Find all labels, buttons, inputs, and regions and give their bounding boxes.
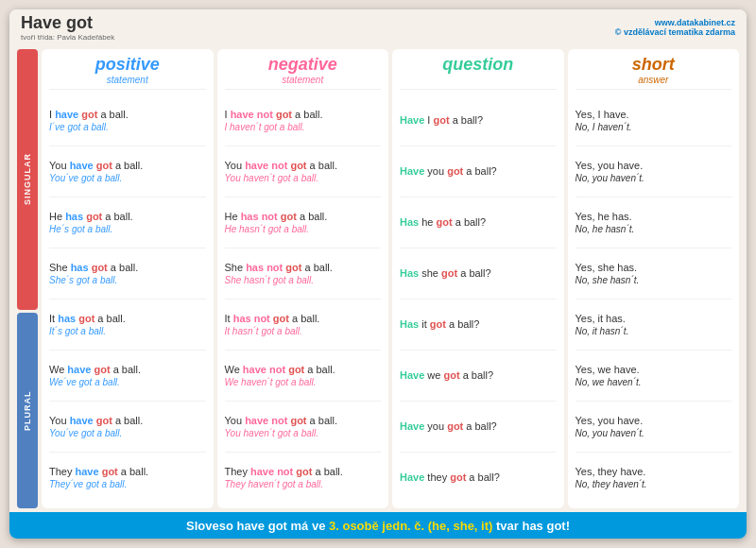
question-entries: Have I got a ball? Have you got a ball? … [400, 95, 557, 503]
entry-alt: You haven´t got a ball. [225, 172, 382, 184]
entry-text: You have got a ball. [49, 414, 206, 427]
entry-text: Has it got a ball? [400, 317, 557, 331]
list-item: She has not got a ball. She hasn´t got a… [225, 248, 382, 300]
list-item: She has got a ball. She´s got a ball. [49, 248, 206, 300]
entry-text: Yes, you have. [576, 414, 732, 427]
list-item: Yes, he has. No, he hasn´t. [576, 197, 732, 248]
list-item: I have not got a ball. I haven´t got a b… [225, 95, 382, 146]
entry-alt: She hasn´t got a ball. [225, 274, 382, 286]
entry-alt: It´s got a ball. [49, 325, 206, 337]
plural-label: PLURAL [17, 313, 38, 508]
positive-title: positive [49, 55, 206, 75]
question-column: question Have I got a ball? Have you got… [392, 49, 564, 508]
list-item: Has he got a ball? [400, 197, 557, 248]
entry-text: We have not got a ball. [225, 363, 382, 376]
columns: positive statement I have got a ball. I´… [42, 49, 739, 508]
list-item: Has it got a ball? [400, 300, 557, 351]
list-item: Have you got a ball? [400, 402, 557, 453]
entry-alt: No, it hasn´t. [576, 325, 732, 337]
short-subtitle: answer [576, 75, 732, 85]
list-item: It has got a ball. It´s got a ball. [49, 300, 206, 351]
list-item: Have I got a ball? [400, 95, 557, 146]
negative-column: negative statement I have not got a ball… [217, 49, 389, 508]
entry-text: Yes, I have. [576, 108, 732, 121]
entry-text: He has not got a ball. [225, 210, 382, 223]
list-item: We have got a ball. We´ve got a ball. [49, 351, 206, 402]
list-item: Has she got a ball? [400, 248, 557, 300]
entry-text: Has she got a ball? [400, 266, 557, 280]
list-item: You have got a ball. You´ve got a ball. [49, 146, 206, 197]
entry-alt: She´s got a ball. [49, 274, 206, 286]
question-header: question [400, 55, 557, 90]
entry-text: We have got a ball. [49, 363, 206, 376]
question-subtitle [400, 75, 557, 85]
bottom-bar: Sloveso have got má ve 3. osobě jedn. č.… [9, 512, 747, 539]
list-item: You have got a ball. You´ve got a ball. [49, 402, 206, 453]
list-item: Yes, they have. No, they haven´t. [576, 453, 732, 503]
entry-text: Yes, they have. [576, 465, 732, 478]
entry-text: Yes, she has. [576, 261, 732, 274]
positive-entries: I have got a ball. I´ve got a ball. You … [49, 95, 206, 503]
list-item: You have not got a ball. You haven´t got… [225, 402, 382, 453]
entry-text: I have got a ball. [49, 108, 206, 121]
entry-text: Have you got a ball? [400, 164, 557, 178]
positive-header: positive statement [49, 55, 206, 90]
list-item: I have got a ball. I´ve got a ball. [49, 95, 206, 146]
entry-text: They have got a ball. [49, 465, 206, 478]
list-item: You have not got a ball. You haven´t got… [225, 146, 382, 197]
entry-alt: No, they haven´t. [576, 478, 732, 490]
top-bar: Have got tvoří třída: Pavla Kadeřábek ww… [9, 9, 747, 45]
list-item: He has got a ball. He´s got a ball. [49, 197, 206, 248]
entry-alt: They haven´t got a ball. [225, 478, 382, 490]
entry-text: Has he got a ball? [400, 215, 557, 229]
entry-text: It has not got a ball. [225, 312, 382, 325]
entry-alt: I´ve got a ball. [49, 121, 206, 133]
positive-column: positive statement I have got a ball. I´… [42, 49, 214, 508]
entry-alt: He´s got a ball. [49, 223, 206, 235]
page-title: Have got [21, 13, 114, 33]
main-container: Have got tvoří třída: Pavla Kadeřábek ww… [9, 9, 747, 539]
entry-text: He has got a ball. [49, 210, 206, 223]
list-item: It has not got a ball. It hasn´t got a b… [225, 300, 382, 351]
entry-alt: We´ve got a ball. [49, 376, 206, 388]
entry-alt: It hasn´t got a ball. [225, 325, 382, 337]
negative-subtitle: statement [225, 75, 382, 85]
list-item: Have they got a ball? [400, 453, 557, 503]
entry-text: I have not got a ball. [225, 108, 382, 121]
list-item: Yes, she has. No, she hasn´t. [576, 248, 732, 300]
list-item: Yes, it has. No, it hasn´t. [576, 300, 732, 351]
entry-text: You have got a ball. [49, 159, 206, 172]
list-item: They have not got a ball. They haven´t g… [225, 453, 382, 503]
website-url: www.datakabinet.cz [655, 18, 735, 27]
entry-alt: No, you haven´t. [576, 427, 732, 439]
list-item: Yes, you have. No, you haven´t. [576, 402, 732, 453]
entry-text: Have you got a ball? [400, 420, 557, 433]
entry-text: She has got a ball. [49, 261, 206, 274]
entry-alt: They´ve got a ball. [49, 478, 206, 490]
entry-text: She has not got a ball. [225, 261, 382, 274]
entry-alt: No, we haven´t. [576, 376, 732, 388]
question-title: question [400, 55, 557, 75]
list-item: They have got a ball. They´ve got a ball… [49, 453, 206, 503]
subtitle: tvoří třída: Pavla Kadeřábek [21, 33, 114, 42]
list-item: He has not got a ball. He hasn´t got a b… [225, 197, 382, 248]
entry-text: Yes, it has. [576, 312, 732, 325]
entry-alt: I haven´t got a ball. [225, 121, 382, 133]
entry-text: You have not got a ball. [225, 414, 382, 427]
short-entries: Yes, I have. No, I haven´t. Yes, you hav… [576, 95, 732, 503]
negative-entries: I have not got a ball. I haven´t got a b… [225, 95, 382, 503]
entry-alt: You haven´t got a ball. [225, 427, 382, 439]
website: www.datakabinet.cz © vzdělávací tematika… [615, 18, 735, 37]
entry-text: Yes, he has. [576, 210, 732, 223]
list-item: Yes, I have. No, I haven´t. [576, 95, 732, 146]
entry-alt: No, I haven´t. [576, 121, 732, 133]
entry-alt: You´ve got a ball. [49, 427, 206, 439]
negative-title: negative [225, 55, 382, 75]
entry-text: Have I got a ball? [400, 113, 557, 127]
entry-text: You have not got a ball. [225, 159, 382, 172]
bottom-text: Sloveso have got má ve 3. osobě jedn. č.… [186, 519, 570, 533]
negative-header: negative statement [225, 55, 382, 90]
singular-label: SINGULAR [17, 49, 38, 310]
entry-alt: No, she hasn´t. [576, 274, 732, 286]
list-item: Have we got a ball? [400, 351, 557, 402]
